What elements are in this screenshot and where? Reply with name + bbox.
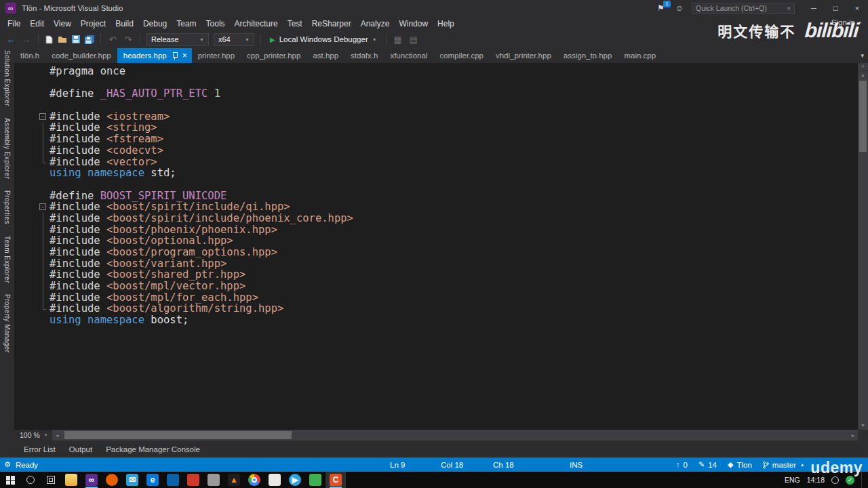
tab-assign-to-hpp[interactable]: assign_to.hpp [557,48,618,63]
panel-tab-output[interactable]: Output [64,443,98,455]
code-text-area[interactable]: #pragma once#define _HAS_AUTO_PTR_ETC 1-… [14,63,858,430]
scroll-right-arrow-icon[interactable]: ► [848,433,858,438]
tab-code-builder-hpp[interactable]: code_builder.hpp [45,48,117,63]
input-language-indicator[interactable]: ENG [785,476,800,484]
taskbar-app-edge[interactable]: e [142,472,163,488]
taskbar-app-store[interactable] [163,472,183,488]
horizontal-scrollbar[interactable]: ◄ ► [52,430,858,441]
maximize-button[interactable]: □ [825,0,846,16]
save-icon[interactable] [72,35,80,43]
minimize-button[interactable]: ─ [803,0,825,16]
menu-resharper[interactable]: ReSharper [307,18,356,30]
tab-overflow-button[interactable]: ▾ [856,52,868,59]
menu-test[interactable]: Test [283,18,307,30]
collapse-box-icon[interactable]: - [39,203,46,210]
tab-cpp-printer-hpp[interactable]: cpp_printer.hpp [241,48,307,63]
task-view-button[interactable] [41,472,61,488]
tab-stdafx-h[interactable]: stdafx.h [344,48,384,63]
platform-dropdown[interactable]: x64 ▼ [214,33,254,46]
save-all-icon[interactable] [85,35,94,44]
zoom-selector[interactable]: 100 % ▾ [14,430,52,441]
start-button[interactable] [0,472,20,488]
pending-changes-indicator[interactable]: ✎ 14 [698,461,717,469]
menu-team[interactable]: Team [172,18,201,30]
taskbar-app-chrome[interactable] [244,472,264,488]
taskbar-app-telegram[interactable]: ▶ [285,472,305,488]
horizontal-scroll-thumb[interactable] [64,431,292,439]
repository-indicator[interactable]: ◆ Tlon [728,461,752,469]
taskbar-app-app-gray[interactable] [203,472,224,488]
start-debug-button[interactable]: ▶ Local Windows Debugger ▼ [267,35,380,43]
menu-build[interactable]: Build [111,18,138,30]
taskbar-app-recorder[interactable]: C [326,472,346,488]
vertical-scrollbar[interactable]: + ▲ ▼ [858,63,868,430]
taskbar-app-visual-studio[interactable]: ∞ [81,472,102,488]
menu-project[interactable]: Project [76,18,111,30]
tab-ast-hpp[interactable]: ast.hpp [307,48,344,63]
menu-file[interactable]: File [3,18,25,30]
taskbar-search-button[interactable] [20,472,41,488]
branch-indicator[interactable]: master ▴ [763,461,804,469]
side-tab-properties[interactable]: Properties [3,190,11,224]
side-tab-team-explorer[interactable]: Team Explorer [3,236,11,283]
tab-compiler-cpp[interactable]: compiler.cpp [433,48,490,63]
quick-launch-input[interactable] [696,4,787,12]
new-file-icon[interactable] [45,35,53,44]
taskbar-app-mail[interactable]: ✉ [122,472,142,488]
split-editor-handle[interactable]: + [858,63,868,70]
undo-icon[interactable]: ↶ [107,35,118,44]
menu-tools[interactable]: Tools [201,18,230,30]
tab-printer-hpp[interactable]: printer.hpp [192,48,241,63]
toolbar-misc-icon[interactable]: ▦ [393,35,403,44]
panel-tab-package-manager-console[interactable]: Package Manager Console [100,443,205,455]
tab-xfunctional[interactable]: xfunctional [384,48,433,63]
fold-start-marker[interactable]: - [39,111,50,123]
clock[interactable]: 14:18 [807,476,825,484]
tab-main-cpp[interactable]: main.cpp [618,48,662,63]
fold-start-marker[interactable]: - [39,201,50,213]
navigate-forward-icon[interactable]: → [21,35,32,44]
tab-vhdl-printer-hpp[interactable]: vhdl_printer.hpp [490,48,557,63]
show-desktop-button[interactable] [861,472,865,488]
collapse-box-icon[interactable]: - [39,113,46,120]
taskbar-app-app-red[interactable] [183,472,203,488]
scroll-left-arrow-icon[interactable]: ◄ [52,433,62,438]
vertical-scroll-thumb[interactable] [859,81,867,152]
sign-in-button[interactable]: Sign in ▾ [831,18,861,26]
menu-help[interactable]: Help [433,18,459,30]
quick-launch-box[interactable] [692,3,795,14]
scroll-up-arrow-icon[interactable]: ▲ [858,71,868,79]
background-tasks-icon[interactable]: ⚙ [4,460,11,469]
pin-tab-icon[interactable] [172,52,178,60]
close-button[interactable]: × [846,0,868,16]
menu-debug[interactable]: Debug [138,18,172,30]
taskbar-app-notepad[interactable] [264,472,285,488]
taskbar-app-vlc[interactable]: ▲ [224,472,244,488]
menu-edit[interactable]: Edit [25,18,49,30]
taskbar-app-file-explorer[interactable] [61,472,81,488]
redo-icon[interactable]: ↷ [123,35,134,44]
navigate-back-icon[interactable]: ← [5,35,16,44]
menu-architecture[interactable]: Architecture [230,18,283,30]
open-folder-icon[interactable] [58,35,67,43]
configuration-dropdown[interactable]: Release ▼ [146,33,209,46]
tab-tl-n-h[interactable]: tlön.h [14,48,45,63]
side-tab-assembly-explorer[interactable]: Assembly Explorer [3,118,11,179]
menu-view[interactable]: View [49,18,76,30]
tray-status-icon[interactable] [831,476,839,484]
menu-window[interactable]: Window [394,18,433,30]
scroll-down-arrow-icon[interactable]: ▼ [858,422,868,430]
security-check-icon[interactable]: ✓ [846,476,854,485]
toolbar-misc-icon[interactable]: ▤ [408,35,419,44]
notifications-button[interactable]: ⚑ 1 [657,3,665,13]
commits-ahead-indicator[interactable]: ↑ 0 [676,461,688,469]
taskbar-app-wechat[interactable] [305,472,326,488]
side-tab-solution-explorer[interactable]: Solution Explorer [3,50,11,106]
panel-tab-error-list[interactable]: Error List [18,443,61,455]
close-tab-icon[interactable]: × [182,52,187,60]
code-editor[interactable]: #pragma once#define _HAS_AUTO_PTR_ETC 1-… [14,63,868,430]
side-tab-property-manager[interactable]: Property Manager [3,294,11,352]
feedback-icon[interactable]: ☺ [675,3,684,13]
taskbar-app-firefox[interactable] [102,472,122,488]
tab-headers-hpp[interactable]: headers.hpp× [117,48,192,63]
